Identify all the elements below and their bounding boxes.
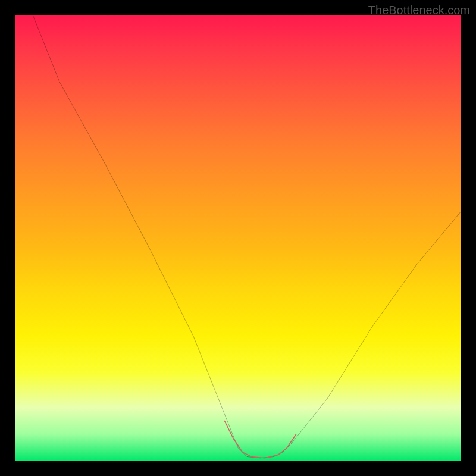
curve-path (33, 15, 461, 458)
curve-highlight (225, 421, 296, 458)
watermark-text: TheBottleneck.com (368, 4, 470, 17)
bottleneck-curve (15, 15, 461, 461)
